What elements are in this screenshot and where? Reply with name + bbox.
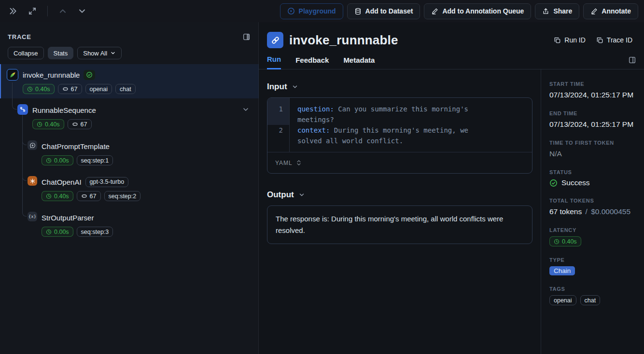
show-all-dropdown[interactable]: Show All: [77, 47, 122, 59]
trace-node-name: invoke_runnnable: [23, 71, 80, 79]
trace-tree-panel: TRACE Collapse Stats Show All: [0, 22, 259, 354]
tags-label: TAGS: [549, 286, 638, 292]
pencil-icon: [431, 8, 438, 15]
chain-link-icon: [267, 32, 283, 48]
top-toolbar: Playground Add to Dataset Add to Annotat…: [0, 0, 644, 22]
share-icon: [542, 8, 549, 15]
run-id-button[interactable]: Run ID: [554, 36, 586, 44]
add-to-dataset-button[interactable]: Add to Dataset: [347, 3, 420, 19]
tag-badge: chat: [115, 84, 136, 94]
add-to-annotation-queue-button[interactable]: Add to Annotation Queue: [424, 3, 531, 19]
next-run-icon[interactable]: [76, 5, 88, 17]
format-select-value: YAML: [275, 160, 293, 166]
playground-label: Playground: [299, 7, 336, 15]
expand-fullscreen-icon[interactable]: [26, 5, 39, 17]
latency-badge: 0.00s: [42, 155, 73, 165]
copy-icon: [596, 37, 603, 44]
trace-node-name: RunnableSequence: [32, 106, 96, 114]
latency-badge: 0.40s: [32, 119, 64, 129]
latency-value: 0.40s: [45, 121, 60, 128]
start-time-value: 07/13/2024, 01:25:17 PM: [549, 90, 638, 100]
annotate-label: Annotate: [602, 7, 631, 15]
add-to-dataset-label: Add to Dataset: [365, 7, 413, 15]
tab-run[interactable]: Run: [267, 55, 281, 69]
openai-icon: [28, 176, 37, 186]
trace-node-chatopenai[interactable]: ChatOpenAI gpt-3.5-turbo 0.40s 67 seq:st…: [28, 176, 140, 201]
tab-metadata[interactable]: Metadata: [343, 56, 375, 69]
stats-label: Stats: [54, 50, 68, 57]
status-value: Success: [561, 178, 590, 187]
panel-toggle-icon[interactable]: [628, 56, 636, 64]
chevron-down-icon: [292, 83, 298, 90]
format-select[interactable]: [296, 160, 301, 166]
start-time-label: START TIME: [549, 81, 638, 87]
trace-node-invoke-runnnable[interactable]: invoke_runnnable 0.40s 67: [7, 69, 136, 94]
latency-badge: 0.00s: [42, 227, 73, 237]
collapse-label: Collapse: [14, 50, 38, 57]
collapse-sidebar-icon[interactable]: [7, 5, 19, 17]
prev-run-icon[interactable]: [56, 5, 69, 17]
tag-label: openai: [554, 297, 572, 304]
latency-value: 0.00s: [54, 229, 69, 235]
end-time-label: END TIME: [549, 110, 638, 116]
copy-icon: [554, 37, 561, 44]
trace-node-name: ChatPromptTemplate: [42, 142, 110, 150]
panel-toggle-icon[interactable]: [242, 33, 251, 41]
tag-badge: chat: [580, 295, 601, 305]
database-icon: [354, 8, 362, 15]
line-number: 2: [267, 125, 289, 146]
tag-label: chat: [585, 297, 596, 304]
tree-connector: [22, 138, 27, 145]
trace-node-runnablesequence[interactable]: RunnableSequence 0.40s 67: [17, 104, 96, 129]
yaml-key: question:: [297, 105, 334, 113]
collapse-button[interactable]: Collapse: [8, 47, 44, 59]
token-count-value: 67: [81, 121, 87, 128]
token-cost-value: $0.0000455: [591, 207, 630, 216]
step-label: seq:step:2: [109, 193, 137, 200]
parrot-icon: [7, 69, 18, 81]
run-io-content: Input 1 2 question: Can you summarize th…: [259, 69, 541, 354]
stats-button[interactable]: Stats: [48, 47, 74, 59]
toolbar-divider: [47, 6, 48, 16]
yaml-key: context:: [297, 126, 330, 134]
share-button[interactable]: Share: [535, 3, 579, 19]
run-id-label: Run ID: [564, 36, 586, 44]
cost-separator: /: [586, 207, 588, 216]
output-box: The response is: During this morning's m…: [267, 205, 532, 244]
tab-feedback[interactable]: Feedback: [295, 56, 329, 69]
status-label: STATUS: [549, 169, 638, 175]
play-circle-icon: [287, 7, 295, 15]
time-to-first-token-value: N/A: [549, 149, 638, 159]
run-type-badge: Chain: [549, 266, 575, 275]
input-code-editor[interactable]: 1 2 question: Can you summarize this mor…: [267, 97, 532, 174]
pencil-icon: [590, 8, 598, 15]
token-count-badge: 67: [68, 119, 92, 129]
output-text: The response is: During this morning's m…: [276, 213, 524, 236]
trace-node-stroutputparser[interactable]: {x} StrOutputParser 0.00s seq:step:3: [28, 212, 113, 237]
trace-id-button[interactable]: Trace ID: [596, 36, 632, 44]
check-circle-icon: [549, 179, 558, 187]
step-badge: seq:step:3: [77, 227, 113, 237]
trace-tree: invoke_runnnable 0.40s 67: [0, 64, 258, 315]
tag-badge: openai: [549, 295, 576, 305]
tree-connector: [22, 210, 27, 217]
playground-button[interactable]: Playground: [280, 3, 343, 19]
model-label: gpt-3.5-turbo: [90, 178, 125, 185]
token-count-value: 67: [71, 86, 78, 93]
line-number: 1: [267, 98, 289, 125]
line-number-gutter: 1 2: [267, 98, 290, 152]
input-section-header[interactable]: Input: [267, 82, 532, 92]
collapse-node-chevron-icon[interactable]: [242, 106, 250, 115]
chevron-down-icon: [298, 191, 305, 198]
input-section-title: Input: [267, 82, 287, 92]
output-section-header[interactable]: Output: [267, 190, 532, 200]
trace-node-chatprompttemplate[interactable]: ChatPromptTemplate 0.00s seq:step:1: [28, 140, 113, 165]
token-count-badge: 67: [77, 191, 101, 201]
trace-node-name: StrOutputParser: [42, 214, 94, 222]
output-section-title: Output: [267, 190, 294, 200]
tag-label: chat: [120, 86, 131, 93]
type-label: TYPE: [549, 257, 638, 263]
annotate-button[interactable]: Annotate: [583, 3, 638, 19]
latency-value: 0.00s: [54, 157, 69, 164]
total-tokens-value: 67 tokens: [549, 207, 582, 216]
